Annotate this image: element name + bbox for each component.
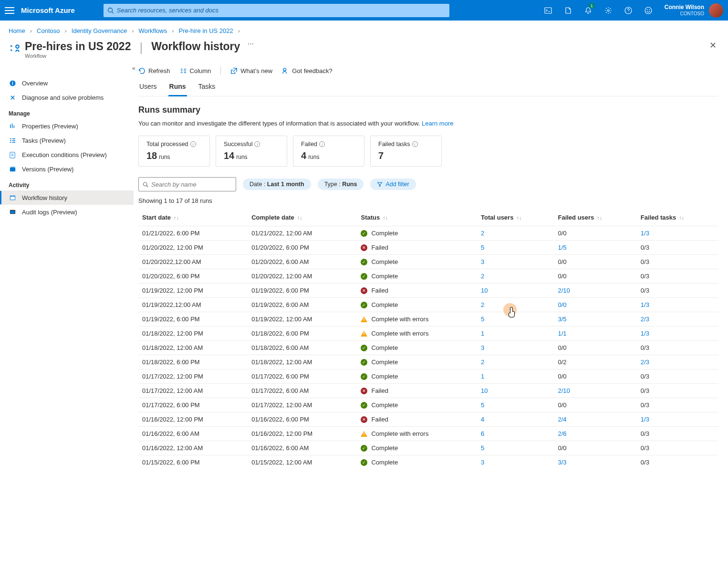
table-row[interactable]: 01/16/2022, 6:00 AM 01/16/2022, 12:00 PM… <box>138 427 718 441</box>
sidebar-item[interactable]: Execution conditions (Preview) <box>0 148 134 162</box>
cell-total-users[interactable]: 4 <box>477 412 554 427</box>
name-search-input[interactable] <box>151 181 232 188</box>
cell-failed-users[interactable]: 2/10 <box>554 384 636 398</box>
breadcrumb-link[interactable]: Identity Governance <box>72 27 127 34</box>
avatar[interactable] <box>709 3 723 18</box>
global-search[interactable] <box>104 4 449 17</box>
info-icon[interactable]: i <box>190 141 196 147</box>
table-row[interactable]: 01/16/2022, 12:00 PM 01/16/2022, 6:00 PM… <box>138 412 718 427</box>
cell-failed-users[interactable]: 2/6 <box>554 427 636 441</box>
hamburger-menu-button[interactable] <box>5 7 14 14</box>
col-complete[interactable]: Complete date↑↓ <box>248 209 357 226</box>
feedback-icon[interactable] <box>639 0 658 21</box>
cell-total-users[interactable]: 2 <box>477 298 554 312</box>
cell-total-users[interactable]: 10 <box>477 284 554 298</box>
cell-failed-tasks[interactable]: 2/3 <box>637 355 718 369</box>
sidebar-item[interactable]: Audit logs (Preview) <box>0 205 134 219</box>
tab-tasks[interactable]: Tasks <box>198 83 217 96</box>
sidebar-item[interactable]: Diagnose and solve problems <box>0 90 134 105</box>
cell-total-users[interactable]: 2 <box>477 226 554 241</box>
cell-total-users[interactable]: 5 <box>477 312 554 327</box>
cell-total-users[interactable]: 5 <box>477 241 554 255</box>
sidebar-item[interactable]: Workflow history <box>0 190 134 205</box>
notifications-icon[interactable]: 1 <box>579 0 598 21</box>
table-row[interactable]: 01/17/2022, 12:00 AM 01/17/2022, 6:00 AM… <box>138 384 718 398</box>
settings-icon[interactable] <box>599 0 618 21</box>
got-feedback-button[interactable]: Got feedback? <box>282 67 333 74</box>
col-status[interactable]: Status↑↓ <box>357 209 477 226</box>
cell-failed-users[interactable]: 3/3 <box>554 455 636 470</box>
info-icon[interactable]: i <box>412 141 418 147</box>
cell-failed-users[interactable]: 0/0 <box>554 298 636 312</box>
col-start[interactable]: Start date↑↓ <box>138 209 248 226</box>
cell-total-users[interactable]: 5 <box>477 441 554 455</box>
sidebar-item[interactable]: Properties (Preview) <box>0 119 134 133</box>
info-icon[interactable]: i <box>254 141 260 147</box>
cell-total-users[interactable]: 3 <box>477 455 554 470</box>
breadcrumb-link[interactable]: Contoso <box>37 27 60 34</box>
col-total-users[interactable]: Total users↑↓ <box>477 209 554 226</box>
breadcrumb-link[interactable]: Pre-hire in US 2022 <box>179 27 233 34</box>
global-search-input[interactable] <box>117 7 446 14</box>
sidebar-item[interactable]: iOverview <box>0 76 134 90</box>
sidebar-item[interactable]: Tasks (Preview) <box>0 133 134 148</box>
cell-total-users[interactable]: 2 <box>477 269 554 284</box>
table-row[interactable]: 01/20/2022,12:00 AM 01/20/2022, 6:00 AM … <box>138 255 718 269</box>
user-block[interactable]: Connie Wilson CONTOSO <box>665 4 704 16</box>
table-row[interactable]: 01/21/2022, 6:00 PM 01/21/2022, 12:00 AM… <box>138 226 718 241</box>
table-row[interactable]: 01/20/2022, 12:00 PM 01/20/2022, 6:00 PM… <box>138 241 718 255</box>
table-row[interactable]: 01/18/2022, 12:00 PM 01/18/2022, 6:00 PM… <box>138 327 718 341</box>
cell-failed-users[interactable]: 2/4 <box>554 412 636 427</box>
directories-icon[interactable] <box>559 0 578 21</box>
sidebar-item[interactable]: Versions (Preview) <box>0 162 134 176</box>
cell-failed-tasks[interactable]: 1/3 <box>637 412 718 427</box>
cell-failed-tasks[interactable]: 2/3 <box>637 312 718 327</box>
collapse-sidebar-button[interactable]: « <box>132 64 135 72</box>
column-button[interactable]: Column <box>180 67 211 74</box>
tab-users[interactable]: Users <box>138 83 158 96</box>
cell-total-users[interactable]: 6 <box>477 427 554 441</box>
breadcrumb-link[interactable]: Home <box>9 27 25 34</box>
cell-failed-tasks[interactable]: 1/3 <box>637 226 718 241</box>
table-row[interactable]: 01/17/2022, 12:00 PM 01/17/2022, 6:00 PM… <box>138 369 718 384</box>
col-failed-users[interactable]: Failed users↑↓ <box>554 209 636 226</box>
close-button[interactable]: ✕ <box>709 40 717 51</box>
cell-failed-users[interactable]: 1/5 <box>554 241 636 255</box>
info-icon[interactable]: i <box>319 141 325 147</box>
cell-total-users[interactable]: 3 <box>477 255 554 269</box>
cell-total-users[interactable]: 1 <box>477 327 554 341</box>
table-row[interactable]: 01/17/2022, 6:00 PM 01/17/2022, 12:00 AM… <box>138 398 718 412</box>
cell-total-users[interactable]: 3 <box>477 341 554 355</box>
table-row[interactable]: 01/16/2022, 12:00 AM 01/16/2022, 6:00 AM… <box>138 441 718 455</box>
cell-failed-tasks[interactable]: 1/3 <box>637 298 718 312</box>
table-row[interactable]: 01/15/2022, 6:00 PM 01/15/2022, 12:00 AM… <box>138 455 718 470</box>
cell-failed-users[interactable]: 1/1 <box>554 327 636 341</box>
learn-more-link[interactable]: Learn more <box>422 120 453 127</box>
filter-date[interactable]: Date : Last 1 month <box>243 179 311 190</box>
cell-total-users[interactable]: 2 <box>477 355 554 369</box>
name-search[interactable] <box>138 177 236 191</box>
help-icon[interactable] <box>619 0 638 21</box>
table-row[interactable]: 01/19/2022,12:00 AM 01/19/2022, 6:00 AM … <box>138 298 718 312</box>
whats-new-button[interactable]: What's new <box>230 67 272 74</box>
breadcrumb-link[interactable]: Workflows <box>139 27 167 34</box>
add-filter-button[interactable]: Add filter <box>370 179 416 190</box>
more-button[interactable]: ⋯ <box>248 40 254 47</box>
cell-total-users[interactable]: 5 <box>477 398 554 412</box>
cell-total-users[interactable]: 1 <box>477 369 554 384</box>
col-failed-tasks[interactable]: Failed tasks↑↓ <box>637 209 718 226</box>
tab-runs[interactable]: Runs <box>168 83 187 96</box>
table-row[interactable]: 01/18/2022, 6:00 PM 01/18/2022, 12:00 AM… <box>138 355 718 369</box>
filter-type[interactable]: Type : Runs <box>318 179 364 190</box>
table-row[interactable]: 01/18/2022, 12:00 AM 01/18/2022, 6:00 AM… <box>138 341 718 355</box>
refresh-button[interactable]: Refresh <box>138 67 170 74</box>
table-row[interactable]: 01/19/2022, 12:00 PM 01/19/2022, 6:00 PM… <box>138 284 718 298</box>
cell-total-users[interactable]: 10 <box>477 384 554 398</box>
table-row[interactable]: 01/19/2022, 6:00 PM 01/19/2022, 12:00 AM… <box>138 312 718 327</box>
cell-failed-tasks[interactable]: 1/3 <box>637 327 718 341</box>
table-row[interactable]: 01/20/2022, 6:00 PM 01/20/2022, 12:00 AM… <box>138 269 718 284</box>
cell-failed-users[interactable]: 2/10 <box>554 284 636 298</box>
cell-failed-users[interactable]: 3/5 <box>554 312 636 327</box>
top-bar: Microsoft Azure 1 Connie Wilson CONTOSO <box>0 0 728 21</box>
cloud-shell-icon[interactable] <box>539 0 558 21</box>
